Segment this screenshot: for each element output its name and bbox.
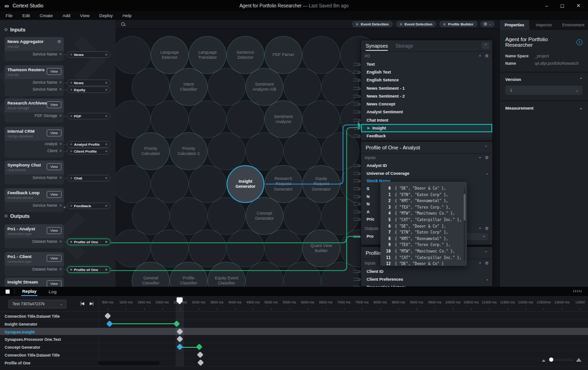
canvas-node-empty[interactable] [189, 229, 227, 267]
input-pill-equity[interactable]: Equity [67, 86, 110, 93]
input-pill-feedback[interactable]: Feedback [67, 203, 110, 209]
tab-log[interactable]: Log [48, 288, 57, 296]
menu-view[interactable]: View [80, 13, 89, 18]
canvas-node-research-request-generator[interactable]: Research Request Generator [264, 165, 302, 203]
timeline-ruler[interactable]: Test 7307a47237k ⌄ |◀ ▶| 500 ms1000 ms15… [0, 296, 588, 312]
input-pill-news[interactable]: News [67, 80, 110, 86]
poo-analyst-input-analyst-id[interactable]: Analyst ID [361, 162, 492, 170]
view-button[interactable]: View [47, 280, 61, 287]
info-icon[interactable]: i [576, 39, 582, 45]
menu-add[interactable]: Add [62, 13, 70, 18]
view-button[interactable]: View [47, 101, 61, 108]
canvas-node-equity-request-generator[interactable]: Equity Request Generator [302, 165, 340, 203]
timeline-h-scrollbar[interactable] [98, 361, 159, 365]
zoom-slider-knob[interactable] [549, 358, 553, 362]
tab-environment[interactable]: Environment [558, 20, 588, 30]
tab-inspector[interactable]: Inspector [529, 20, 559, 30]
view-button[interactable]: View [47, 163, 61, 170]
canvas-node-empty[interactable] [116, 229, 151, 267]
canvas-node-empty[interactable] [208, 197, 245, 235]
canvas-settings-button[interactable]: ⚙⌄ [480, 21, 495, 27]
collapse-panel-button[interactable]: ⌃ [484, 145, 488, 149]
canvas-node-concept-generator[interactable]: Concept Generator [245, 197, 283, 235]
timeline-row-insight-generator[interactable]: Insight Generator [0, 320, 588, 328]
canvas-node-quant-view-builder[interactable]: Quant View Builder [302, 229, 340, 267]
synapse-row-feedback[interactable]: Feedback [361, 132, 492, 140]
canvas-node-language-translator[interactable]: Language Translator [189, 36, 227, 74]
view-button[interactable]: View [47, 130, 61, 136]
menu-edit[interactable]: Edit [22, 13, 30, 18]
synapse-row-news-concept[interactable]: News Concept [361, 100, 492, 108]
event-diamond-blue[interactable] [106, 321, 113, 327]
poo-client-input-client-id[interactable]: Client ID [361, 267, 492, 275]
popup-scrollbar[interactable] [464, 187, 466, 261]
toolbar-chip-event-detection[interactable]: Event Detection [396, 21, 436, 27]
input-pill-chat[interactable]: Chat [67, 175, 110, 181]
input-pill-pdf[interactable]: PDF [67, 113, 110, 119]
canvas-node-priority-calculator[interactable]: Priority Calculator [132, 132, 170, 170]
canvas-node-empty[interactable] [132, 197, 170, 235]
add-input-button[interactable]: + [479, 261, 481, 265]
toolbar-chip-profile-builder[interactable]: Profile Builder [439, 21, 478, 27]
event-diamond-gray[interactable] [197, 352, 203, 358]
canvas-node-empty[interactable] [264, 229, 302, 267]
synapse-row-analyst-sentiment[interactable]: Analyst Sentiment [361, 108, 492, 116]
canvas-node-sentiment-analyzer[interactable]: Sentiment Analyzer [264, 100, 302, 138]
toolbar-chip-event-detection[interactable]: Event Detection [352, 21, 392, 27]
canvas-node-empty[interactable] [283, 68, 321, 106]
output-pill-profile-of-one[interactable]: Profile of One [67, 239, 110, 245]
collapse-panel-button[interactable]: ⌃ [482, 42, 490, 49]
timeline-row-connection-title-dataset-title[interactable]: Connection Title.Dataset Title [0, 351, 588, 359]
event-diamond-gray[interactable] [197, 359, 204, 366]
section-measurement[interactable]: Measurement⌄ [500, 101, 588, 112]
input-pill-client-profile[interactable]: Client Profile [67, 148, 110, 154]
event-diamond-green[interactable] [196, 344, 202, 350]
add-input-button[interactable]: + [479, 155, 481, 160]
tab-replay[interactable]: Replay [21, 287, 37, 296]
canvas-node-empty[interactable] [170, 197, 208, 235]
inputs-settings-icon[interactable]: ⚙ [485, 155, 489, 160]
poo-client-input-client-preferences[interactable]: Client Preferences⌄ [361, 275, 492, 283]
synapse-row-insight[interactable]: ▶Insight [361, 124, 492, 132]
card-settings-icon[interactable]: ⚙ [57, 39, 61, 44]
add-output-button[interactable]: + [479, 226, 481, 231]
tab-storage[interactable]: Storage [395, 43, 413, 49]
search-icon[interactable] [121, 22, 125, 26]
timeline-row-profile-of-one[interactable]: Profile of One [0, 359, 588, 367]
canvas-node-priority-calculator-2[interactable]: Priority Calculator 2 [170, 132, 208, 170]
menu-help[interactable]: Help [122, 13, 132, 18]
canvas-node-empty[interactable] [245, 132, 283, 170]
maximize-button[interactable]: ◻ [560, 3, 564, 9]
section-version[interactable]: Version⌃ [500, 73, 588, 84]
canvas-node-empty[interactable] [208, 132, 245, 170]
outputs-settings-icon[interactable]: ⚙ [485, 226, 489, 231]
synapse-row-english-text[interactable]: English Text [361, 68, 492, 76]
timeline-row-concept-generator[interactable]: Concept Generator [0, 343, 588, 351]
tab-properties[interactable]: Properties [500, 20, 529, 30]
canvas-node-empty[interactable] [283, 197, 321, 235]
canvas-node-intent-classifier[interactable]: Intent Classifier [170, 68, 208, 106]
skip-to-start-button[interactable]: |◀ [80, 301, 84, 306]
collapse-panel-button[interactable]: ⌃ [484, 251, 488, 255]
timeline-row-synapses-processor-one-text[interactable]: Synapses.Processor One.Text [0, 335, 588, 343]
tab-synapses[interactable]: Synapses [366, 43, 388, 51]
version-select[interactable]: 1⌄ [505, 86, 582, 95]
skip-to-end-button[interactable]: ▶| [90, 301, 93, 306]
poo-analyst-input-universe-of-coverage[interactable]: Universe of Coverage⌄ [361, 170, 492, 178]
test-run-select[interactable]: Test 7307a47237k ⌄ [8, 300, 67, 308]
add-synapse-button[interactable]: + [479, 54, 481, 58]
synapse-row-chat-intent[interactable]: Chat Intent [361, 116, 492, 124]
canvas-node-pdf-parser[interactable]: PDF Parser [264, 36, 302, 74]
canvas-node-empty[interactable] [132, 68, 170, 106]
canvas-node-empty[interactable] [227, 229, 264, 267]
synapse-row-english-setence[interactable]: English Setence [361, 76, 492, 84]
inputs-settings-icon[interactable]: ⚙ [485, 261, 489, 265]
view-button[interactable]: View [47, 68, 61, 75]
panel-drag-handle-icon[interactable] [573, 290, 582, 292]
canvas-node-empty[interactable] [283, 132, 321, 170]
timeline-row-synapse-insight[interactable]: Synapse.Insight [0, 328, 588, 336]
canvas-node-empty[interactable] [151, 229, 189, 267]
view-button[interactable]: View [47, 191, 61, 198]
synapse-row-text[interactable]: Text [361, 60, 492, 68]
canvas-node-sentiment-analyzer-ab[interactable]: Sentiment Analyzer A/B [245, 68, 283, 106]
